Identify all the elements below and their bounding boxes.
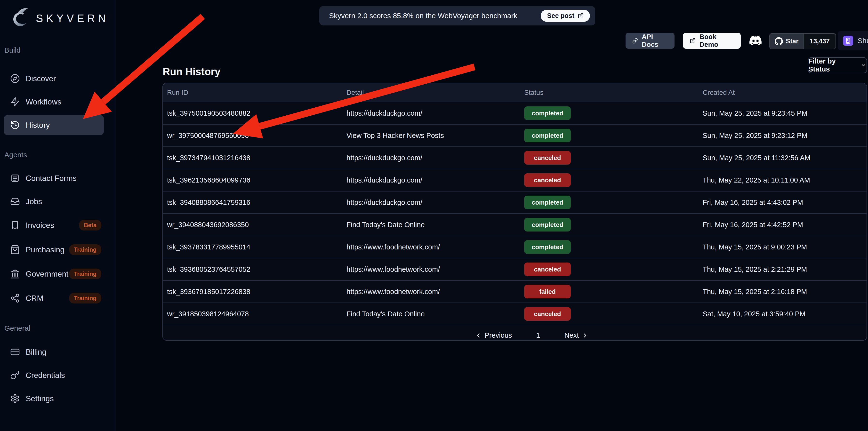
table-row[interactable]: wr_397500048769560090 View Top 3 Hacker … [163,125,867,147]
training-badge: Training [69,293,101,304]
user-name: Shu [858,37,868,45]
run-id-cell: wr_391850398124964078 [167,310,249,318]
sidebar-item-billing[interactable]: Billing [4,342,104,362]
sidebar: SKYVERN Build Discover Workflows History… [0,0,116,431]
external-link-icon [690,37,695,44]
created-at-cell: Sun, May 25, 2025 at 9:23:45 PM [703,109,807,117]
receipt-icon [10,220,20,230]
sidebar-item-credentials[interactable]: Credentials [4,365,104,385]
column-header-run-id: Run ID [167,89,188,96]
table-row[interactable]: tsk_393679185017226838 https://www.foodn… [163,281,867,303]
run-id-cell: tsk_393783317789955014 [167,243,250,251]
created-at-cell: Thu, May 15, 2025 at 2:16:18 PM [703,288,807,296]
column-header-created-at: Created At [703,89,735,96]
status-badge: completed [524,129,571,142]
next-page-button[interactable]: Next [564,331,589,339]
see-post-button[interactable]: See post [541,10,590,22]
sidebar-item-label: Jobs [26,197,42,206]
key-icon [10,370,20,380]
created-at-cell: Fri, May 16, 2025 at 4:42:52 PM [703,221,803,229]
sidebar-item-label: Invoices [26,221,54,230]
run-history-table: Run ID Detail Status Created At tsk_3975… [162,83,867,341]
external-link-icon [578,13,584,19]
skyvern-logo[interactable]: SKYVERN [10,7,109,30]
discord-icon[interactable] [748,34,763,47]
gear-icon [10,394,20,403]
chevron-left-icon [475,332,482,339]
brand-wordmark: SKYVERN [36,12,109,25]
table-row[interactable]: tsk_396213568604099736 https://duckduckg… [163,169,867,191]
status-badge: completed [524,218,571,232]
sidebar-item-label: History [26,121,50,130]
run-id-cell: tsk_397500190503480882 [167,109,250,117]
sidebar-item-label: Workflows [26,97,61,106]
sidebar-item-label: Billing [26,348,46,357]
detail-cell: https://duckduckgo.com/ [346,176,422,184]
sidebar-item-label: Purchasing [26,245,64,254]
book-demo-label: Book Demo [700,33,734,49]
table-row[interactable]: tsk_393680523764557052 https://www.foodn… [163,258,867,281]
skyvern-app: SKYVERN Build Discover Workflows History… [0,0,868,431]
sidebar-item-discover[interactable]: Discover [4,69,104,89]
building-icon [845,37,851,44]
user-menu[interactable]: Shu [838,31,868,51]
sidebar-item-crm[interactable]: CRM Training [4,288,104,308]
sidebar-item-settings[interactable]: Settings [4,389,104,408]
table-row[interactable]: tsk_394088086641759316 https://duckduckg… [163,191,867,214]
sidebar-item-invoices[interactable]: Invoices Beta [4,215,104,235]
sidebar-item-label: CRM [26,294,43,303]
skyvern-dragon-icon [10,7,31,30]
page-number[interactable]: 1 [536,331,540,339]
previous-page-button[interactable]: Previous [475,331,512,339]
sidebar-item-history[interactable]: History [4,115,104,135]
api-docs-button[interactable]: API Docs [625,33,675,49]
book-demo-button[interactable]: Book Demo [683,33,741,49]
run-id-cell: tsk_396213568604099736 [167,176,250,184]
table-row[interactable]: tsk_393783317789955014 https://www.foodn… [163,236,867,258]
run-id-cell: tsk_397347941031216438 [167,154,250,162]
status-badge: canceled [524,151,571,164]
sidebar-item-jobs[interactable]: Jobs [4,191,104,211]
status-badge: completed [524,196,571,209]
sidebar-item-workflows[interactable]: Workflows [4,92,104,112]
column-header-status: Status [524,89,544,96]
run-id-cell: tsk_393679185017226838 [167,288,250,296]
detail-cell: Find Today's Date Online [346,221,425,229]
table-row[interactable]: wr_391850398124964078 Find Today's Date … [163,303,867,325]
detail-cell: https://duckduckgo.com/ [346,198,422,207]
chevron-right-icon [582,332,588,339]
share-nodes-icon [10,293,20,303]
detail-cell: Find Today's Date Online [346,310,425,318]
status-badge: completed [524,240,571,254]
sidebar-item-label: Contact Forms [26,174,76,183]
created-at-cell: Sun, May 25, 2025 at 9:23:12 PM [703,132,807,140]
sidebar-item-purchasing[interactable]: Purchasing Training [4,240,104,259]
sidebar-item-label: Discover [26,74,56,83]
api-docs-label: API Docs [642,33,668,49]
sidebar-item-government[interactable]: Government Training [4,264,104,284]
status-badge: canceled [524,263,571,276]
compass-icon [10,74,20,83]
pagination: Previous 1 Next [180,325,867,341]
credit-card-icon [10,347,20,357]
github-star-widget[interactable]: Star 13,437 [769,33,836,49]
detail-cell: https://duckduckgo.com/ [346,154,422,162]
detail-cell: https://www.foodnetwork.com/ [346,288,440,296]
status-badge: completed [524,106,571,120]
created-at-cell: Sat, May 10, 2025 at 3:59:40 PM [703,310,805,318]
filter-by-status-dropdown[interactable]: Filter by Status [808,57,867,73]
beta-badge: Beta [79,220,101,230]
table-row[interactable]: tsk_397500190503480882 https://duckduckg… [163,102,867,125]
banner-text: Skyvern 2.0 scores 85.8% on the WebVoyag… [329,12,518,20]
status-badge: canceled [524,307,571,321]
landmark-icon [10,269,20,279]
table-row[interactable]: wr_394088043692086350 Find Today's Date … [163,214,867,236]
detail-cell: View Top 3 Hacker News Posts [346,132,444,140]
detail-cell: https://www.foodnetwork.com/ [346,266,440,273]
avatar [843,36,853,46]
table-row[interactable]: tsk_397347941031216438 https://duckduckg… [163,147,867,169]
section-label-build: Build [4,46,21,54]
table-header-row: Run ID Detail Status Created At [163,83,867,102]
sidebar-item-contact-forms[interactable]: Contact Forms [4,168,104,188]
github-star-label: Star [786,37,799,45]
